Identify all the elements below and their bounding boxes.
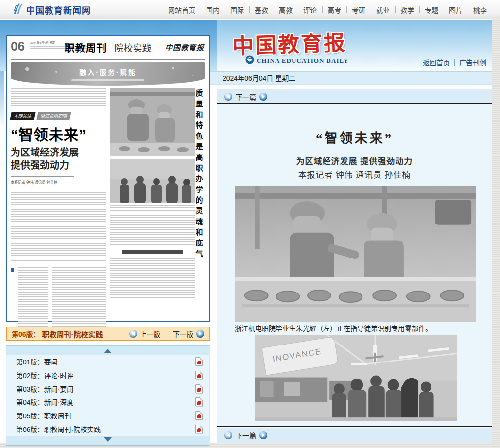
top-nav-links: 网站首页 国内 国际 基教 高教 评论 高考 考研 就业 教学 专题 图片 桃李 — [163, 5, 492, 15]
next-page-link[interactable]: 下一版 — [173, 329, 193, 339]
page-list-item[interactable]: 第06版：职教周刊·院校实践 — [6, 422, 209, 436]
page-list: 第01版：要闻 第02版：评论·时评 第03版：新闻·要闻 第04版：新闻·深度… — [6, 345, 210, 446]
text-lines — [11, 190, 106, 261]
divider — [11, 59, 205, 60]
pdf-icon[interactable] — [195, 397, 203, 406]
article-photo-workshop: INOVANCE — [255, 335, 457, 421]
bullet-square-icon — [11, 268, 14, 272]
article-title: “智领未来” — [217, 128, 492, 147]
banner-title: 融入·服务·赋能 — [79, 67, 136, 77]
nav-taoli[interactable]: 桃李 — [468, 5, 492, 15]
up-arrow-icon — [104, 345, 112, 353]
page-list-item[interactable]: 第05版：职教周刊 — [6, 409, 209, 422]
paper-vertical-headline: 质量和特色是高职办学的灵魂和底气 — [194, 89, 204, 293]
paper-photo-group — [110, 159, 195, 203]
nav-kaoyan[interactable]: 考研 — [346, 5, 371, 15]
pdf-icon[interactable] — [195, 384, 203, 393]
text-lines — [110, 258, 195, 299]
nav-home[interactable]: 网站首页 — [163, 5, 201, 15]
photo-caption-lines — [110, 205, 195, 211]
focus-tag: 本期关注 — [10, 112, 36, 120]
page-list-item[interactable]: 第03版：新闻·要闻 — [6, 382, 209, 396]
next-page-icon[interactable] — [196, 330, 204, 338]
pdf-icon[interactable] — [195, 357, 203, 366]
page-list-scroll-down[interactable] — [6, 436, 209, 445]
page-list-item[interactable]: 第04版：新闻·深度 — [6, 395, 209, 409]
article-photo-workers — [235, 186, 476, 322]
divider — [11, 176, 74, 177]
page-list-item[interactable]: 第02版：评论·时评 — [6, 368, 209, 382]
current-page-number: 第06版： — [12, 329, 40, 339]
text-lines — [18, 267, 48, 329]
photo-caption: 浙江机电职院毕业生朱光耀（左）正在指导徒弟识别专用零部件。 — [235, 323, 432, 333]
nav-international[interactable]: 国际 — [225, 5, 249, 15]
text-lines — [110, 215, 195, 246]
pdf-icon[interactable] — [195, 411, 203, 420]
site-logo-text: 中国教育新闻网 — [26, 3, 91, 16]
down-arrow-icon — [104, 437, 112, 446]
next-article-bar-bottom: 下一篇 — [217, 428, 492, 443]
site-logo[interactable]: 中国教育新闻网 — [13, 3, 91, 17]
next-article-bar-top: 下一篇 — [217, 89, 492, 103]
paper-section-title: 职教周刊 — [64, 42, 107, 53]
prev-article-icon[interactable] — [224, 93, 232, 101]
text-lines — [11, 88, 106, 108]
article-subtitle: 为区域经济发展 提供强劲动力 — [217, 155, 492, 167]
nav-domestic[interactable]: 国内 — [201, 5, 225, 15]
paper-logo-en: CHINA EDUCATION DAILY — [257, 57, 348, 65]
next-article-label[interactable]: 下一篇 — [236, 431, 256, 440]
nav-basic-edu[interactable]: 基教 — [249, 5, 274, 15]
prev-page-icon[interactable] — [129, 330, 137, 338]
paper-banner: 融入·服务·赋能 — [11, 62, 205, 86]
paper-photo-workers — [110, 88, 195, 156]
page-background: 中国教育报 CHINA EDUCATION DAILY 返回首页 广告刊例 20… — [0, 0, 500, 448]
next-article-label[interactable]: 下一篇 — [236, 92, 256, 102]
sub-headline-bar — [122, 250, 184, 254]
paper-headline-sub: 为区域经济发展 提供强劲动力 — [11, 146, 106, 172]
page-list-scroll-up[interactable] — [6, 346, 209, 355]
current-page-bar: 第06版： 职教周刊·院校实践 上一版 下一版 — [6, 327, 210, 341]
paper-byline: 本报记者 钟伟 通讯员 孙佳楠 — [11, 179, 106, 185]
nav-jobs[interactable]: 就业 — [371, 5, 395, 15]
site-body: 中国教育报 CHINA EDUCATION DAILY 返回首页 广告刊例 20… — [0, 0, 492, 443]
text-lines — [52, 267, 106, 329]
nav-teaching[interactable]: 教学 — [395, 5, 419, 15]
next-article-icon[interactable] — [259, 431, 267, 439]
prev-article-icon[interactable] — [224, 431, 232, 439]
nav-photos[interactable]: 图片 — [444, 5, 468, 15]
top-navigation-bar: 中国教育新闻网 网站首页 国内 国际 基教 高教 评论 高考 考研 就业 教学 … — [0, 0, 500, 19]
nav-higher-edu[interactable]: 高教 — [274, 5, 298, 15]
article-area: “智领未来” 为区域经济发展 提供强劲动力 本报记者 钟伟 通讯员 孙佳楠 — [217, 103, 492, 427]
pdf-icon[interactable] — [195, 371, 203, 379]
link-separator — [454, 59, 455, 66]
nav-gaokao[interactable]: 高考 — [322, 5, 346, 15]
date-bar: 2024年06月04日 星期二 — [210, 71, 492, 85]
article-byline: 本报记者 钟伟 通讯员 孙佳楠 — [217, 168, 492, 180]
banner-subtitle-lines — [71, 79, 144, 81]
paper-subsection-title: 院校实践 — [110, 43, 151, 53]
header-band-left-strip — [0, 71, 4, 129]
ad-rates-link[interactable]: 广告刊例 — [459, 57, 486, 67]
site-logo-icon — [13, 3, 23, 17]
next-article-icon[interactable] — [259, 93, 267, 101]
paper-headline: “智领未来” — [11, 123, 106, 144]
paper-logo-icon — [245, 55, 254, 66]
prev-page-link[interactable]: 上一版 — [140, 329, 160, 339]
current-page-name: 职教周刊·院校实践 — [42, 329, 103, 339]
newspaper-page-preview[interactable]: 06 2024年6月4日 星期二 职教周刊院校实践 中国教育报 融入·服务·赋能 — [6, 35, 210, 322]
paper-script-logo: 中国教育报 — [165, 42, 204, 52]
header-links: 返回首页 广告刊例 — [423, 57, 486, 67]
nav-special[interactable]: 专题 — [419, 5, 444, 15]
page-list-item[interactable]: 第01版：要闻 — [6, 355, 209, 368]
pdf-icon[interactable] — [195, 425, 203, 433]
nav-comment[interactable]: 评论 — [298, 5, 322, 15]
school-tag: 浙江机电职院 — [36, 112, 71, 120]
back-home-link[interactable]: 返回首页 — [423, 57, 450, 67]
